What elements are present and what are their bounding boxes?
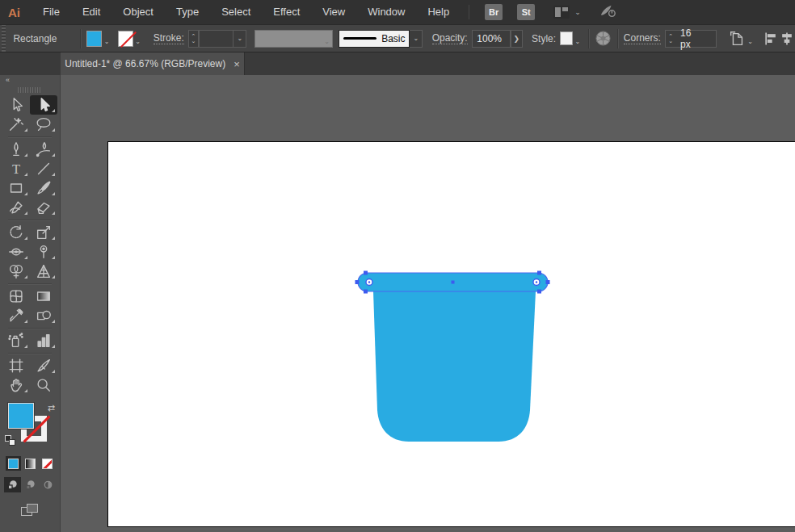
hand-tool[interactable] [2,375,30,395]
lasso-tool[interactable] [30,115,57,134]
symbol-sprayer-tool[interactable] [2,331,30,350]
fill-proxy-swatch[interactable] [8,403,34,429]
puppet-warp-tool[interactable] [30,242,57,262]
swap-fill-stroke-icon[interactable]: ⇄ [48,403,55,413]
stock-button[interactable]: St [517,4,535,20]
document-tab-title: Untitled-1* @ 66.67% (RGB/Preview) [65,58,225,69]
slice-tool[interactable] [30,356,57,375]
stroke-weight-field[interactable] [199,30,234,48]
stroke-weight-stepper[interactable]: ⌃⌄ [188,30,198,48]
drawing-mode-buttons [4,477,57,492]
draw-behind-button[interactable] [22,477,39,492]
main-area: « [0,75,795,532]
chevron-down-icon[interactable]: ⌄ [574,8,581,16]
canvas-area[interactable] [61,75,795,532]
gradient-button[interactable] [23,456,38,471]
divider [8,220,52,220]
menu-view[interactable]: View [311,0,356,24]
gradient-tool[interactable] [30,287,57,306]
corners-label[interactable]: Corners: [624,32,661,44]
default-fill-stroke-icon[interactable] [5,435,15,446]
menu-help[interactable]: Help [416,0,461,24]
artboard-tool[interactable] [2,356,30,375]
align-center-icon[interactable] [779,31,795,47]
shaper-tool[interactable] [2,198,30,217]
brush-definition-chevron[interactable]: ⌄ [410,30,423,48]
opacity-field[interactable]: 100% [472,30,511,48]
corners-value[interactable]: 16 px [675,27,716,50]
rotate-tool[interactable] [2,223,30,242]
shape-builder-tool[interactable] [2,262,30,281]
artboard[interactable] [107,141,795,527]
collapse-panel-button[interactable]: « [0,75,60,86]
menu-file[interactable]: File [32,0,71,24]
document-setup-icon[interactable] [728,30,746,48]
bridge-button[interactable]: Br [485,4,503,20]
document-setup-chevron[interactable]: ⌄ [746,31,755,47]
mesh-tool[interactable] [2,287,30,306]
eraser-tool[interactable] [30,198,57,217]
paintbrush-tool[interactable] [30,178,57,198]
menu-bar: Ai File Edit Object Type Select Effect V… [0,0,795,24]
selection-tool[interactable] [2,95,30,115]
draw-inside-button[interactable] [40,477,57,492]
brush-stroke-preview [343,37,376,40]
document-tab[interactable]: Untitled-1* @ 66.67% (RGB/Preview) × [61,52,245,75]
control-bar: Rectangle ⌄ ⌄ Stroke: ⌃⌄ ⌄ ⌄ Basic ⌄ Opa… [0,24,795,52]
magic-wand-tool[interactable] [2,115,30,134]
rectangle-tool[interactable] [2,178,30,198]
line-segment-tool[interactable] [30,159,57,178]
color-button[interactable] [6,456,21,471]
illustrator-logo: Ai [0,6,32,19]
brush-definition-label: Basic [381,33,405,44]
context-label: Rectangle [13,33,60,44]
fill-color-swatch[interactable] [86,31,102,47]
recolor-artwork-icon[interactable] [595,30,612,47]
menu-edit[interactable]: Edit [71,0,111,24]
controlbar-grip[interactable] [0,24,6,52]
fill-stroke-proxy: ⇄ [3,403,57,450]
corners-stepper[interactable]: ⌃⌄ [666,31,675,47]
menu-object[interactable]: Object [111,0,165,24]
menu-type[interactable]: Type [165,0,210,24]
menu-select[interactable]: Select [210,0,262,24]
draw-normal-button[interactable] [4,477,21,492]
scale-tool[interactable] [30,223,57,242]
style-chevron[interactable]: ⌄ [573,31,583,47]
perspective-grid-tool[interactable] [30,262,57,281]
gpu-performance-icon[interactable] [599,3,616,21]
column-graph-tool[interactable] [30,331,57,350]
tools-panel-grip[interactable] [18,87,42,93]
change-screen-mode-button[interactable] [21,504,39,517]
menu-window[interactable]: Window [356,0,416,24]
separator [588,29,589,48]
close-icon[interactable]: × [233,59,240,69]
stroke-color-swatch[interactable] [118,31,133,47]
corners-control[interactable]: ⌃⌄ 16 px [665,30,717,48]
align-left-icon[interactable] [763,31,779,47]
document-tab-bar: Untitled-1* @ 66.67% (RGB/Preview) × [0,52,795,75]
none-button[interactable] [40,456,55,471]
type-tool[interactable]: T [2,159,30,178]
menu-effect[interactable]: Effect [262,0,311,24]
opacity-label[interactable]: Opacity: [432,32,468,44]
blend-tool[interactable] [30,306,57,325]
divider [8,328,52,329]
gradient-icon [25,459,36,469]
color-icon [8,459,19,469]
stroke-weight-chevron[interactable]: ⌄ [233,30,246,48]
workspace-switcher-icon[interactable] [553,6,570,19]
direct-selection-tool[interactable] [30,95,57,115]
divider [8,283,52,284]
eyedropper-tool[interactable] [2,306,30,325]
width-tool[interactable] [2,242,30,262]
opacity-arrow-button[interactable]: ❯ [511,30,523,48]
pen-tool[interactable] [2,140,30,159]
style-swatch[interactable] [560,31,573,45]
curvature-tool[interactable] [30,140,57,159]
zoom-tool[interactable] [30,375,57,395]
fill-dropdown-chevron[interactable]: ⌄ [102,31,111,47]
brush-definition-dropdown[interactable]: Basic [339,30,410,48]
divider [8,136,52,137]
stroke-label[interactable]: Stroke: [154,32,184,44]
